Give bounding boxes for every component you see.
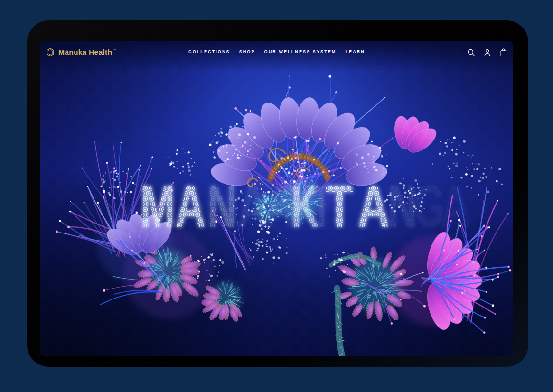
hero-letter: M xyxy=(140,173,175,240)
account-icon xyxy=(483,48,491,56)
hero-letter: N xyxy=(388,173,417,240)
nav-item-collections[interactable]: COLLECTIONS xyxy=(188,49,230,54)
cart-button[interactable] xyxy=(499,48,507,56)
account-button[interactable] xyxy=(483,48,491,56)
website-viewport: MANAAKITANGA Mānuka Health ™ COLLECTIONS… xyxy=(40,41,513,356)
brand-logo[interactable]: Mānuka Health ™ xyxy=(46,47,116,57)
hexagon-logo-icon xyxy=(46,47,55,57)
nav-item-learn[interactable]: LEARN xyxy=(345,49,365,54)
hero-letter: K xyxy=(291,173,319,240)
hero-letter: T xyxy=(326,173,353,240)
hero-letter: A xyxy=(357,173,390,240)
hero-letter: I xyxy=(318,173,326,240)
main-nav: COLLECTIONS SHOP OUR WELLNESS SYSTEM LEA… xyxy=(188,49,365,54)
hero-letter: N xyxy=(207,173,237,240)
nav-item-wellness-system[interactable]: OUR WELLNESS SYSTEM xyxy=(264,49,337,54)
brand-name: Mānuka Health xyxy=(58,47,112,57)
trademark-symbol: ™ xyxy=(112,48,116,52)
bag-icon xyxy=(499,48,507,56)
hero-letter: A xyxy=(441,173,471,240)
search-icon xyxy=(467,48,475,56)
page-background: { "page": { "outer_background": "#0d2b4e… xyxy=(0,0,553,392)
tablet-device-frame: MANAAKITANGA Mānuka Health ™ COLLECTIONS… xyxy=(27,20,528,367)
hero-flower-artwork: MANAAKITANGA xyxy=(40,41,513,356)
search-button[interactable] xyxy=(467,48,475,56)
hero-letter: A xyxy=(175,173,206,240)
header-actions xyxy=(467,48,507,56)
site-header: Mānuka Health ™ COLLECTIONS SHOP OUR WEL… xyxy=(40,41,513,61)
nav-item-shop[interactable]: SHOP xyxy=(239,49,255,54)
